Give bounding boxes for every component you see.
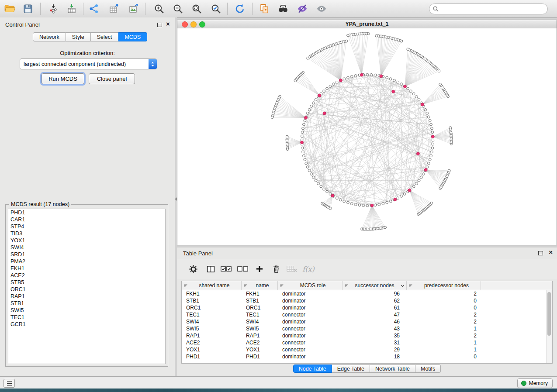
open-button[interactable] xyxy=(2,2,17,16)
mcds-result-item[interactable]: TID3 xyxy=(8,230,165,237)
mcds-result-item[interactable]: ACE2 xyxy=(8,272,165,279)
toolbar-separator xyxy=(227,3,228,15)
cell-successor_nodes: 47 xyxy=(343,311,407,318)
table-row[interactable]: PHD1PHD1dominator180 xyxy=(182,353,552,360)
delete-column-button[interactable] xyxy=(270,263,283,275)
tab-edge-table[interactable]: Edge Table xyxy=(332,364,370,373)
network-canvas[interactable] xyxy=(177,28,557,245)
tab-style[interactable]: Style xyxy=(66,32,91,41)
table-row[interactable]: SWI4SWI4dominator462 xyxy=(182,318,552,325)
cell-mcds_role: dominator xyxy=(278,332,343,339)
scrollbar-thumb[interactable] xyxy=(547,292,551,336)
table-row[interactable]: RAP1RAP1dominator352 xyxy=(182,332,552,339)
tab-node-table[interactable]: Node Table xyxy=(293,364,332,373)
column-header-name[interactable]: name xyxy=(242,281,278,290)
column-header-predecessor-nodes[interactable]: predecessor nodes xyxy=(407,281,481,290)
mcds-result-item[interactable]: PHD1 xyxy=(8,209,165,216)
export-table-button[interactable] xyxy=(106,2,122,16)
optimization-criterion-label: Optimization criterion: xyxy=(0,50,175,56)
show-columns-button[interactable] xyxy=(204,263,217,275)
mcds-result-list[interactable]: PHD1CAR1STP4TID3YOX1SWI4SRD1PMA2FKH1ACE2… xyxy=(8,209,166,364)
hide-selected-button[interactable] xyxy=(294,2,310,16)
table-row[interactable]: SWI5SWI5connector431 xyxy=(182,325,552,332)
search-input[interactable] xyxy=(429,3,548,14)
application-window: Control Panel × NetworkStyleSelectMCDS O… xyxy=(0,0,557,392)
mcds-result-item[interactable]: YOX1 xyxy=(8,237,165,244)
tab-select[interactable]: Select xyxy=(91,32,119,41)
column-header-MCDS-role[interactable]: MCDS role xyxy=(278,281,343,290)
mcds-result-item[interactable]: STB1 xyxy=(8,300,165,307)
table-row[interactable]: ACE2ACE2connector311 xyxy=(182,339,552,346)
table-settings-button[interactable] xyxy=(187,263,200,275)
mcds-result-item[interactable]: GCR1 xyxy=(8,321,165,328)
select-all-button[interactable] xyxy=(220,263,233,275)
deselect-all-button[interactable] xyxy=(236,263,249,275)
mcds-result-item[interactable]: FKH1 xyxy=(8,265,165,272)
mcds-result-item[interactable]: SWI5 xyxy=(8,307,165,314)
column-header-filler xyxy=(481,281,552,290)
float-panel-icon[interactable] xyxy=(157,23,162,27)
zoom-in-icon xyxy=(154,3,165,14)
memory-button[interactable]: Memory xyxy=(517,378,553,388)
export-network-button[interactable] xyxy=(86,2,102,16)
table-row[interactable]: TEC1TEC1connector472 xyxy=(182,311,552,318)
zoom-selected-button[interactable] xyxy=(208,2,224,16)
network-window-titlebar[interactable]: YPA_prune.txt_1 xyxy=(177,20,557,29)
import-table-icon xyxy=(66,3,77,14)
mcds-result-item[interactable]: PMA2 xyxy=(8,258,165,265)
zoom-in-button[interactable] xyxy=(151,2,167,16)
add-column-button[interactable] xyxy=(253,263,266,275)
toolbar-separator xyxy=(145,3,145,15)
mcds-result-item[interactable]: STB5 xyxy=(8,279,165,286)
tab-motifs[interactable]: Motifs xyxy=(415,364,441,373)
save-button[interactable] xyxy=(20,2,36,16)
refresh-button[interactable] xyxy=(232,2,248,16)
cell-mcds_role: connector xyxy=(278,325,343,332)
zoom-out-button[interactable] xyxy=(170,2,186,16)
import-network-button[interactable] xyxy=(45,2,61,16)
import-table-button[interactable] xyxy=(64,2,80,16)
tab-network-table[interactable]: Network Table xyxy=(370,364,415,373)
tab-mcds[interactable]: MCDS xyxy=(118,32,147,41)
table-row[interactable]: ORC1ORC1dominator610 xyxy=(182,304,552,311)
copy-style-button[interactable] xyxy=(256,2,272,16)
mcds-result-item[interactable]: CAR1 xyxy=(8,216,165,223)
table-panel-title: Table Panel xyxy=(183,250,213,257)
mcds-result-item[interactable]: SRD1 xyxy=(8,251,165,258)
status-menu-button[interactable] xyxy=(3,379,15,388)
find-button[interactable] xyxy=(275,2,291,16)
criterion-dropdown[interactable]: largest connected component (undirected) xyxy=(20,58,157,69)
zoom-fit-button[interactable] xyxy=(189,2,204,16)
export-image-button[interactable] xyxy=(126,2,142,16)
toolbar-separator xyxy=(252,3,253,15)
tab-network[interactable]: Network xyxy=(33,32,66,41)
mcds-result-item[interactable]: STP4 xyxy=(8,223,165,230)
table-row[interactable]: FKH1FKH1dominator962 xyxy=(182,290,552,297)
mcds-result-item[interactable]: ORC1 xyxy=(8,286,165,293)
mcds-result-item[interactable]: RAP1 xyxy=(8,293,165,300)
mcds-result-item[interactable]: SWI4 xyxy=(8,244,165,251)
column-header-successor-nodes[interactable]: successor nodes xyxy=(343,281,407,290)
cell-shared_name: SWI4 xyxy=(182,318,242,325)
delete-table-button-disabled xyxy=(285,263,298,275)
column-header-shared-name[interactable]: shared name xyxy=(182,281,242,290)
export-network-icon xyxy=(89,3,99,14)
close-panel-button[interactable]: Close panel xyxy=(89,73,135,84)
float-table-panel-icon[interactable] xyxy=(538,251,543,255)
list-icon xyxy=(7,381,12,386)
table-scrollbar[interactable] xyxy=(546,290,552,363)
close-panel-icon[interactable]: × xyxy=(166,20,170,28)
zoom-selected-icon xyxy=(211,3,221,14)
save-icon xyxy=(23,3,33,14)
show-all-button[interactable] xyxy=(314,2,329,16)
run-mcds-button[interactable]: Run MCDS xyxy=(42,73,84,84)
table-row[interactable]: STB1STB1dominator620 xyxy=(182,297,552,304)
binoculars-icon xyxy=(277,3,289,14)
table-toolbar: f(x) xyxy=(177,259,557,279)
mcds-result-item[interactable]: TEC1 xyxy=(8,314,165,321)
main-toolbar xyxy=(0,0,557,18)
gear-icon xyxy=(189,265,198,274)
fx-icon: f(x) xyxy=(302,265,314,273)
table-row[interactable]: YOX1YOX1connector291 xyxy=(182,346,552,353)
close-table-panel-icon[interactable]: × xyxy=(549,248,553,256)
